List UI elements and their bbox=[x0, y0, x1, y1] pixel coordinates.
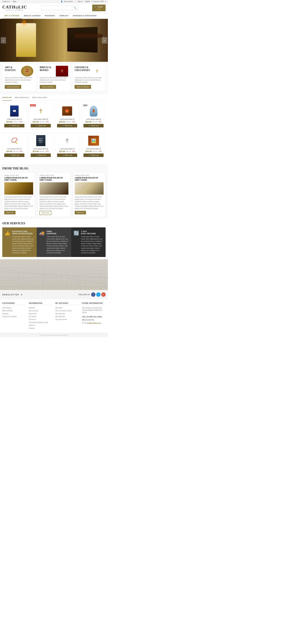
add-to-cart-button[interactable]: 🛒 Add to cart bbox=[84, 124, 104, 128]
footer-link[interactable]: Bibles & Books bbox=[2, 310, 13, 312]
product-card: SALE! ✝ Lorem ipsum dolor sit $25.96 $37… bbox=[29, 103, 53, 130]
footer-link[interactable]: Sitemap bbox=[29, 327, 35, 329]
contact-us-link[interactable]: Contact us bbox=[2, 0, 10, 2]
nav-item-rosaries[interactable]: ROSARIES bbox=[43, 13, 57, 18]
nav-item-jewelry[interactable]: JEWELRY bbox=[57, 13, 71, 18]
collection-btn-art[interactable]: View all collection bbox=[5, 85, 21, 89]
list-item: My credit slips bbox=[56, 312, 79, 315]
slider-prev-button[interactable]: ‹ bbox=[1, 37, 6, 44]
footer-link[interactable]: My addresses bbox=[56, 316, 65, 318]
tab-best-sellers[interactable]: BEST SELLERS bbox=[33, 96, 47, 99]
currency-selector[interactable]: Currency: USD bbox=[93, 0, 104, 2]
footer-link[interactable]: About us bbox=[29, 324, 35, 326]
product-image: 🎁 bbox=[61, 105, 73, 117]
footer-my-account: MY ACCOUNT My orders My merchandise retu… bbox=[56, 302, 79, 330]
tab-new-arrivals[interactable]: NEW ARRIVALS bbox=[15, 96, 30, 99]
services-title: OUR SERVICES bbox=[2, 222, 106, 225]
read-more-button[interactable]: Read more bbox=[40, 211, 51, 215]
footer-my-account-title: MY ACCOUNT bbox=[56, 302, 79, 305]
footer-link[interactable]: My credit slips bbox=[56, 313, 65, 314]
list-item: Best sellers bbox=[29, 312, 52, 315]
footer-link[interactable]: Best sellers bbox=[29, 313, 37, 314]
blog-title: FROM THE BLOG bbox=[2, 167, 106, 170]
collection-card-art: ART &STATUES 🏺 Lorem ipsum dolor sit ame… bbox=[2, 63, 36, 91]
add-to-cart-button[interactable]: 🛒 Add to cart bbox=[4, 154, 25, 157]
footer-link[interactable]: Specials bbox=[29, 307, 35, 309]
collection-btn-crosses[interactable]: View all collection bbox=[75, 85, 91, 89]
product-discount: -35% bbox=[72, 121, 75, 123]
footer-store-info: STORE INFORMATION My Company, 42 avenue … bbox=[82, 302, 106, 330]
add-to-cart-button[interactable]: 🛒 Add to cart bbox=[57, 154, 77, 157]
satisfaction-icon: 👍 bbox=[5, 230, 10, 236]
add-to-cart-button[interactable]: 🛒 Add to cart bbox=[4, 124, 25, 128]
services-section: OUR SERVICES 👍 SATISFACTION100% GUARANTE… bbox=[0, 219, 108, 259]
footer-link[interactable]: Contact us bbox=[29, 319, 36, 320]
list-item: New products bbox=[29, 310, 52, 312]
add-to-cart-button[interactable]: 🛒 Add to cart bbox=[31, 154, 51, 157]
add-to-cart-button[interactable]: 🛒 Add to cart bbox=[31, 124, 51, 128]
cart-icon-small: 🛒 bbox=[89, 125, 90, 126]
blog-post-title: LOREM IPSUM DOLOR SIT AMET CONSE. bbox=[4, 177, 33, 181]
footer-link[interactable]: My merchandise returns bbox=[56, 310, 72, 312]
product-price-old: $37.49 bbox=[40, 121, 44, 123]
google-plus-button[interactable]: g+ bbox=[101, 292, 106, 297]
tab-popular[interactable]: POPULAR bbox=[2, 96, 12, 100]
search-button[interactable]: 🔍 bbox=[72, 6, 78, 10]
cart-button[interactable]: 🛒 CART Empty bbox=[92, 4, 106, 11]
cart-icon-small: 🛒 bbox=[62, 154, 64, 156]
read-more-button[interactable]: Read more bbox=[75, 211, 86, 214]
blog-card: Monday, June 24, 2013 LOREM IPSUM DOLOR … bbox=[2, 172, 35, 217]
product-price-new: $25.96 bbox=[6, 150, 13, 152]
product-image: HOLY BIBLE ESV bbox=[35, 134, 47, 147]
collection-title-crosses: CROSSES &CRUCIFIXES bbox=[75, 66, 90, 72]
footer-link[interactable]: My personal info bbox=[56, 319, 67, 320]
social-links: f t g+ bbox=[91, 292, 106, 297]
account-link[interactable]: Your account bbox=[64, 0, 73, 2]
add-to-cart-button[interactable]: 🛒 Add to cart bbox=[84, 154, 104, 157]
slider-next-button[interactable]: › bbox=[102, 37, 107, 44]
footer-link[interactable]: Rosaries bbox=[2, 313, 8, 314]
product-card: 🖼️ Lorem ipsum dolor sit $25.96 $37.49 -… bbox=[82, 132, 106, 159]
store-email-link[interactable]: info@prestashop.org bbox=[87, 322, 101, 324]
facebook-button[interactable]: f bbox=[91, 292, 95, 297]
search-input[interactable] bbox=[42, 6, 72, 10]
blog-excerpt: Lorem ipsum dolor sit amet conse ctetur … bbox=[40, 196, 68, 210]
collection-desc-art: Lorem ipsum dolor sit amet conse ctetur … bbox=[5, 76, 33, 84]
blog-link[interactable]: Blog bbox=[13, 0, 16, 2]
twitter-button[interactable]: t bbox=[96, 292, 101, 297]
list-item: My orders bbox=[56, 307, 79, 309]
service-card-satisfaction: 👍 SATISFACTION100% GUARANTEED Lorem ipsu… bbox=[2, 228, 37, 257]
product-badge-new: NEW bbox=[83, 104, 88, 106]
collection-desc-crosses: Lorem ipsum dolor sit amet conse ctetur … bbox=[75, 76, 103, 84]
top-bar: Contact us • Blog 👤 Your account • Sign … bbox=[0, 0, 108, 3]
language-selector[interactable]: English bbox=[85, 0, 90, 2]
footer-link[interactable]: Crosses & Crucifixes bbox=[2, 316, 17, 318]
logo-subtitle: GIFTS STORE bbox=[2, 10, 27, 11]
list-item: My addresses bbox=[56, 316, 79, 318]
cart-icon-small: 🛒 bbox=[36, 154, 38, 156]
product-image: 📿 bbox=[8, 134, 21, 147]
footer-link[interactable]: Art & Statues bbox=[2, 307, 11, 309]
nav-item-art-statues[interactable]: ART & STATUES bbox=[2, 13, 22, 19]
nav-item-crosses[interactable]: CROSSES & CRUCIFIXES bbox=[71, 13, 99, 18]
add-to-cart-button[interactable]: 🛒 Add to cart bbox=[57, 124, 77, 128]
product-discount: -35% bbox=[19, 150, 23, 152]
site-logo[interactable]: CATHOLIC GIFTS STORE bbox=[2, 4, 27, 11]
nav-item-bibles-books[interactable]: BIBLES & BOOKS bbox=[22, 13, 43, 18]
product-card: NEW 🏺 Lorem ipsum dolor sit $25.96 $37.4… bbox=[82, 103, 106, 130]
footer-link[interactable]: Our stores bbox=[29, 316, 36, 318]
list-item: About us bbox=[29, 324, 52, 326]
list-item: My merchandise returns bbox=[56, 310, 79, 312]
search-form: 🔍 bbox=[41, 6, 78, 10]
product-name: Lorem ipsum dolor sit bbox=[31, 148, 51, 150]
sign-in-link[interactable]: Sign in bbox=[78, 0, 83, 2]
map-section bbox=[0, 259, 108, 290]
collection-btn-bibles[interactable]: View all collection bbox=[40, 85, 56, 89]
footer-link[interactable]: New products bbox=[29, 310, 38, 312]
service-heading: FREESHIPPING bbox=[47, 230, 69, 235]
footer-link[interactable]: My orders bbox=[56, 307, 62, 309]
cart-icon: 🛒 bbox=[95, 6, 97, 8]
read-more-button[interactable]: Read more bbox=[4, 211, 16, 214]
collection-title-bibles: BIBLES &BOOKS bbox=[40, 66, 51, 72]
footer-link[interactable]: Terms and conditions of use bbox=[29, 322, 48, 323]
